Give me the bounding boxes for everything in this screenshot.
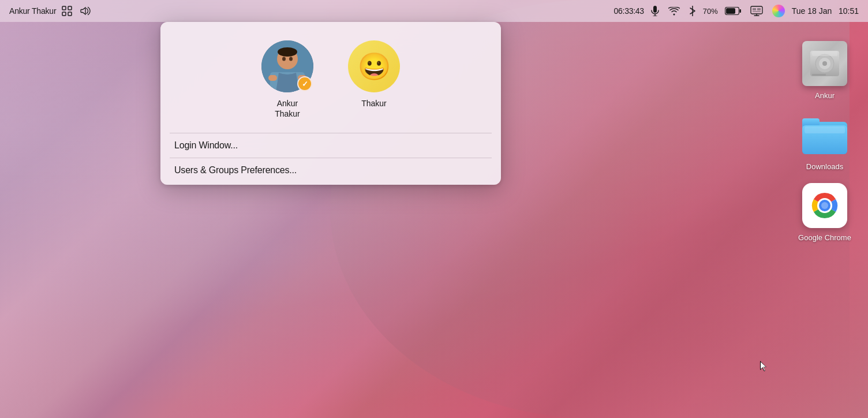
volume-icon[interactable] [78,6,93,16]
menubar: Ankur Thakur 06:33:43 [0,0,868,22]
active-user-checkmark [297,76,312,91]
svg-rect-2 [62,12,66,16]
folder-icon-img [802,111,848,158]
svg-point-18 [289,57,293,61]
folder-icon [802,115,847,154]
battery-percent: 70% [703,7,718,16]
svg-rect-11 [757,8,761,10]
user-name-thakur: Thakur [361,98,387,109]
user-item-thakur[interactable]: 😀 Thakur [348,40,400,109]
users-section: Ankur Thakur 😀 Thakur [160,22,501,133]
user-switcher-dropdown: Ankur Thakur 😀 Thakur Login Window... Us… [160,22,501,185]
menubar-date: Tue 18 Jan 10:51 [792,6,859,16]
users-groups-prefs-item[interactable]: Users & Groups Preferences... [160,158,501,182]
svg-rect-1 [68,6,72,10]
siri-icon[interactable] [770,5,787,17]
desktop-icons: Ankur [781,29,868,253]
svg-rect-26 [812,74,826,76]
downloads-label: Downloads [806,162,843,171]
svg-rect-12 [753,11,761,12]
svg-rect-7 [739,9,741,13]
chrome-icon [802,183,847,228]
svg-rect-0 [62,6,66,10]
svg-point-17 [282,57,286,61]
menubar-clock: 10:51 [839,6,859,16]
menubar-left: Ankur Thakur [9,6,93,16]
user-avatar-wrapper-ankur [261,40,313,92]
hard-drive-icon [802,41,847,86]
svg-rect-25 [812,51,837,56]
desktop: Ankur Thakur 06:33:43 [0,0,868,418]
svg-rect-28 [802,118,820,126]
desktop-icon-google-chrome[interactable]: Google Chrome [790,182,859,242]
user-avatar-thakur: 😀 [348,40,400,92]
svg-point-16 [278,47,297,57]
display-icon[interactable] [748,6,765,16]
chrome-icon-img [802,182,848,229]
user-avatar-wrapper-thakur: 😀 [348,40,400,92]
svg-rect-8 [726,8,735,14]
hdd-icon-img [802,40,848,87]
wifi-icon[interactable] [666,7,682,16]
svg-point-33 [821,202,828,209]
chrome-label: Google Chrome [798,233,851,242]
menubar-time: 06:33:43 [614,6,644,16]
user-item-ankur-thakur[interactable]: Ankur Thakur [261,40,313,119]
grid-icon[interactable] [59,6,74,16]
svg-rect-19 [268,75,277,81]
svg-rect-3 [68,12,72,16]
battery-icon [723,7,743,15]
menubar-username[interactable]: Ankur Thakur [9,6,56,16]
bluetooth-icon[interactable] [687,6,698,16]
svg-point-24 [822,61,827,66]
menubar-right: 06:33:43 [614,5,859,17]
svg-rect-30 [805,126,845,133]
microphone-icon[interactable] [649,6,661,16]
user-name-ankur: Ankur Thakur [275,98,300,119]
hdd-label: Ankur [815,91,835,100]
desktop-icon-downloads[interactable]: Downloads [790,111,859,171]
login-window-item[interactable]: Login Window... [160,133,501,158]
desktop-icon-ankur-hdd[interactable]: Ankur [790,40,859,100]
svg-rect-10 [753,8,756,10]
